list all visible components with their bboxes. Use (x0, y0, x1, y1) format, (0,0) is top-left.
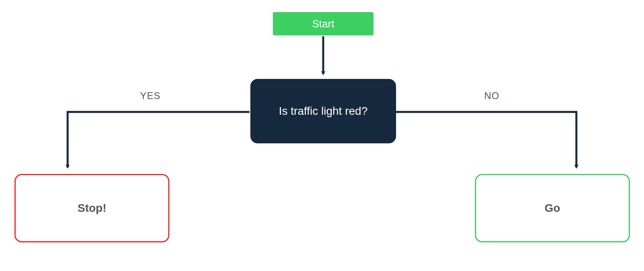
connector-decision-to-stop (68, 112, 250, 168)
flowchart-go-node: Go (475, 174, 630, 242)
edge-label-yes: YES (140, 90, 161, 101)
flowchart-stop-node: Stop! (14, 174, 169, 242)
flowchart-decision-node: Is traffic light red? (250, 79, 396, 143)
go-label: Go (545, 202, 560, 215)
start-label: Start (312, 18, 334, 30)
edge-label-no: NO (484, 90, 500, 101)
stop-label: Stop! (78, 202, 107, 215)
decision-label: Is traffic light red? (279, 105, 367, 118)
connector-decision-to-go (396, 112, 576, 168)
flowchart-start-node: Start (273, 12, 374, 35)
